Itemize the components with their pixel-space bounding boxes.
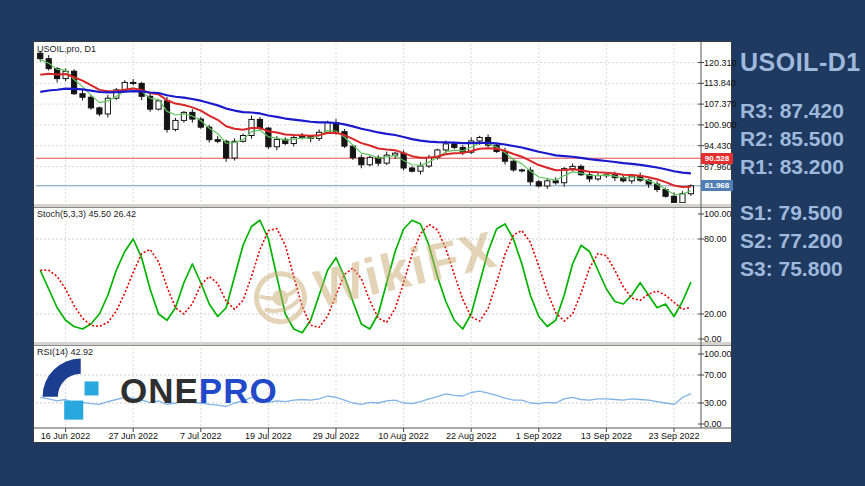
date-label: 1 Sep 2022: [516, 431, 562, 441]
price-axis-label: 107.370: [704, 99, 737, 109]
price-axis-label: 94.430: [704, 141, 732, 151]
pivot-r1: R1: 83.200: [740, 153, 864, 181]
pivot-s2: S2: 77.200: [740, 227, 864, 255]
pivot-sidebar: USOIL-D1 R3: 87.420 R2: 85.500 R1: 83.20…: [740, 48, 864, 283]
date-label: 16 Jun 2022: [41, 431, 91, 441]
pivot-s3: S3: 75.800: [740, 255, 864, 283]
logo-pro: PRO: [199, 371, 278, 410]
date-label: 27 Jun 2022: [108, 431, 158, 441]
date-label: 22 Aug 2022: [446, 431, 497, 441]
sidebar-symbol-title: USOIL-D1: [740, 48, 864, 77]
pivot-s1: S1: 79.500: [740, 199, 864, 227]
stoch-indicator-label: Stoch(5,3,3) 45.50 26.42: [37, 209, 136, 219]
date-label: 13 Sep 2022: [581, 431, 632, 441]
pivot-r3: R3: 87.420: [740, 97, 864, 125]
rsi-axis-label: 30.00: [704, 398, 727, 408]
price-label-red: 90.528: [701, 153, 733, 164]
price-axis-label: 100.900: [704, 120, 737, 130]
rsi-axis-label: 70.00: [704, 370, 727, 380]
date-label: 10 Aug 2022: [378, 431, 429, 441]
date-label: 7 Jul 2022: [180, 431, 222, 441]
price-axis-label: 120.310: [704, 58, 737, 68]
rsi-axis-label: 100.00: [704, 349, 732, 359]
price-axis-label: 113.840: [704, 78, 736, 88]
date-label: 19 Jul 2022: [245, 431, 292, 441]
onepro-logo: ONEPRO: [40, 356, 278, 426]
onepro-logo-text: ONEPRO: [120, 356, 278, 426]
stoch-axis-label: 80.00: [704, 234, 727, 244]
stoch-axis-label: 0.00: [704, 334, 722, 344]
logo-one: ONE: [120, 371, 199, 410]
onepro-logo-icon: [40, 356, 110, 426]
pivot-r2: R2: 85.500: [740, 125, 864, 153]
price-label-blue: 81.968: [701, 180, 733, 191]
symbol-period-label: USOIL.pro, D1: [37, 44, 96, 54]
stoch-axis-label: 20.00: [704, 309, 727, 319]
stoch-axis-label: 100.00: [704, 209, 732, 219]
date-label: 23 Sep 2022: [648, 431, 699, 441]
rsi-axis-label: 0.00: [704, 419, 722, 429]
date-label: 29 Jul 2022: [313, 431, 360, 441]
screenshot-canvas: USOIL.pro, D1 Stoch(5,3,3) 45.50 26.42 R…: [0, 0, 865, 486]
